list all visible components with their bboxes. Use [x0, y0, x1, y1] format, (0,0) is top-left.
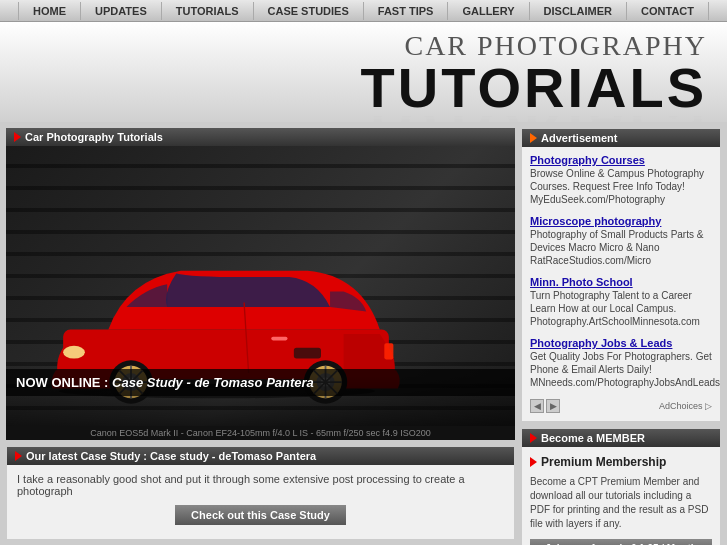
advertisement-block: Advertisement Photography Courses Browse…	[521, 128, 721, 422]
ad-link-2[interactable]: Microscope photography	[530, 215, 661, 227]
check-case-study-button[interactable]: Check out this Case Study	[175, 505, 346, 525]
car-image: NOW ONLINE : Case Study - de Tomaso Pant…	[6, 146, 515, 426]
ad-link-1[interactable]: Photography Courses	[530, 154, 645, 166]
featured-triangle-icon	[14, 132, 21, 142]
site-header: CAR PHOTOGRAPHY TUTORIALS TUTORIALS	[0, 22, 727, 122]
latest-case-label: Our latest Case Study : Case study - deT…	[26, 450, 316, 462]
left-column: Car Photography Tutorials	[6, 128, 515, 545]
now-online-banner: NOW ONLINE : Case Study - de Tomaso Pant…	[6, 369, 515, 396]
latest-case-block: Our latest Case Study : Case study - deT…	[6, 446, 515, 540]
premium-label: Premium Membership	[530, 455, 712, 469]
ad-nav: ◀ ▶	[530, 399, 560, 413]
nav-home[interactable]: HOME	[18, 2, 81, 20]
member-header: Become a MEMBER	[522, 429, 720, 447]
ad-choices-row: ◀ ▶ AdChoices ▷	[530, 397, 712, 415]
nav-gallery[interactable]: GALLERY	[448, 2, 529, 20]
member-block: Become a MEMBER Premium Membership Becom…	[521, 428, 721, 545]
featured-header: Car Photography Tutorials	[6, 128, 515, 146]
latest-case-triangle-icon	[15, 451, 22, 461]
ad-desc-3: Turn Photography Talent to a Career Lear…	[530, 289, 712, 328]
ad-desc-2: Photography of Small Products Parts & De…	[530, 228, 712, 267]
svg-point-19	[63, 346, 85, 359]
ad-header: Advertisement	[522, 129, 720, 147]
featured-block: Car Photography Tutorials	[6, 128, 515, 440]
ad-desc-4: Get Quality Jobs For Photographers. Get …	[530, 350, 712, 389]
ad-item-3: Minn. Photo School Turn Photography Tale…	[530, 275, 712, 328]
ad-choices-label: AdChoices ▷	[659, 401, 712, 411]
ad-triangle-icon	[530, 133, 537, 143]
svg-rect-22	[271, 337, 287, 341]
right-column: Advertisement Photography Courses Browse…	[521, 128, 721, 545]
nav-disclaimer[interactable]: DISCLAIMER	[530, 2, 627, 20]
member-label: Become a MEMBER	[541, 432, 645, 444]
nav-contact[interactable]: CONTACT	[627, 2, 709, 20]
latest-case-body: I take a reasonably good shot and put it…	[7, 465, 514, 539]
featured-label: Car Photography Tutorials	[25, 131, 163, 143]
nav-fast-tips[interactable]: FAST TIPS	[364, 2, 449, 20]
join-button[interactable]: Join now for only € 1.95 / Month	[530, 539, 712, 545]
ad-item-1: Photography Courses Browse Online & Camp…	[530, 153, 712, 206]
svg-rect-20	[384, 343, 393, 359]
nav-case-studies[interactable]: CASE STUDIES	[254, 2, 364, 20]
check-btn-wrap: Check out this Case Study	[17, 505, 504, 531]
site-title-reflection: TUTORIALS	[20, 116, 707, 122]
ad-desc-1: Browse Online & Campus Photography Cours…	[530, 167, 712, 206]
member-triangle-icon	[530, 433, 537, 443]
navigation: HOME UPDATES TUTORIALS CASE STUDIES FAST…	[0, 0, 727, 22]
now-online-prefix: NOW ONLINE :	[16, 375, 112, 390]
ad-next-button[interactable]: ▶	[546, 399, 560, 413]
ad-body: Photography Courses Browse Online & Camp…	[522, 147, 720, 421]
member-description: Become a CPT Premium Member and download…	[530, 475, 712, 531]
member-body: Premium Membership Become a CPT Premium …	[522, 447, 720, 545]
premium-triangle-icon	[530, 457, 537, 467]
ad-link-3[interactable]: Minn. Photo School	[530, 276, 633, 288]
ad-prev-button[interactable]: ◀	[530, 399, 544, 413]
ad-item-2: Microscope photography Photography of Sm…	[530, 214, 712, 267]
latest-case-header: Our latest Case Study : Case study - deT…	[7, 447, 514, 465]
photo-credit: Canon EOS5d Mark II - Canon EF24-105mm f…	[6, 426, 515, 440]
main-content: Car Photography Tutorials	[0, 122, 727, 545]
nav-tutorials[interactable]: TUTORIALS	[162, 2, 254, 20]
ad-label: Advertisement	[541, 132, 617, 144]
latest-case-description: I take a reasonably good shot and put it…	[17, 473, 504, 497]
svg-rect-21	[294, 348, 321, 359]
now-online-italic: Case Study - de Tomaso Pantera	[112, 375, 314, 390]
nav-updates[interactable]: UPDATES	[81, 2, 162, 20]
ad-link-4[interactable]: Photography Jobs & Leads	[530, 337, 672, 349]
ad-item-4: Photography Jobs & Leads Get Quality Job…	[530, 336, 712, 389]
